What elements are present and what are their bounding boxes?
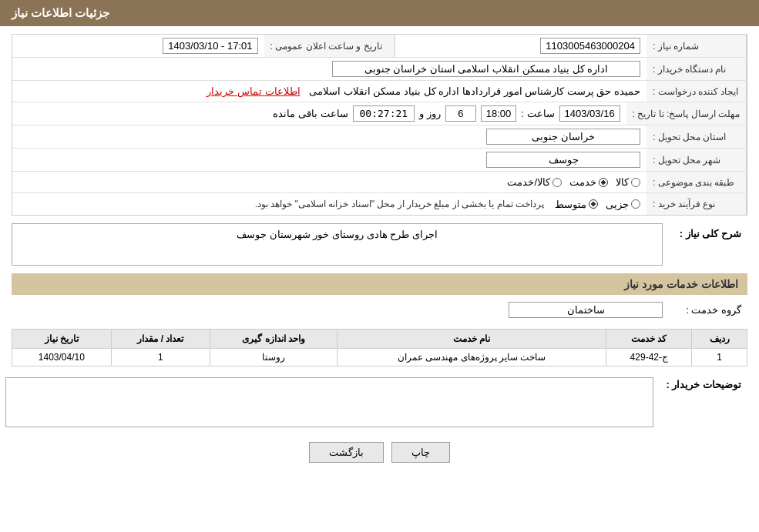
shahr-label: شهر محل تحویل : <box>646 149 747 171</box>
nooe-farayand-label: نوع فرآیند خرید : <box>646 193 747 215</box>
radio-khedmat-circle <box>599 178 608 187</box>
services-table-section: ردیف کد خدمت نام خدمت واحد اندازه گیری ت… <box>12 329 747 366</box>
services-title: اطلاعات خدمات مورد نیاز <box>12 273 747 295</box>
radio-kala-item[interactable]: کالا <box>616 176 640 188</box>
ijad-konande-label: ایجاد کننده درخواست : <box>646 81 747 102</box>
row-tabaghebandi: طبقه بندی موضوعی : کالا خدمت <box>12 172 747 193</box>
radio-jozi-circle <box>631 199 640 209</box>
col-kod: کد خدمت <box>606 330 692 349</box>
col-radif: ردیف <box>692 330 747 349</box>
tabaghebandi-value-cell: کالا خدمت کالا/خدمت <box>12 172 646 192</box>
radio-kala-circle <box>631 178 640 187</box>
tarikh-aolan-value-cell: 1403/03/10 - 17:01 <box>12 35 264 57</box>
page-title: جزئیات اطلاعات نیاز <box>12 6 109 19</box>
table-row: 1ج-42-429ساخت سایر پروژه‌های مهندسی عمرا… <box>12 349 747 366</box>
sharh-value: اجرای طرح هادی روستای خور شهرستان جوسف <box>12 223 663 266</box>
row-mohlat: مهلت ارسال پاسخ: تا تاریخ : 1403/03/16 س… <box>12 102 747 125</box>
row-shomara-tarikh: شماره نیاز : 1103005463000204 تاریخ و سا… <box>12 35 747 58</box>
tarikh-aolan-value: 1403/03/10 - 17:01 <box>163 38 257 54</box>
row-nooe-farayand: نوع فرآیند خرید : جزیی متوسط پرداخت تمام… <box>12 193 747 215</box>
button-group: چاپ بازگشت <box>12 442 747 463</box>
shomara-niaz-value-cell: 1103005463000204 <box>395 35 647 57</box>
col-tedad: تعداد / مقدار <box>111 330 210 349</box>
col-vahed: واحد اندازه گیری <box>210 330 338 349</box>
row-ostan: استان محل تحویل : خراسان جنوبی <box>12 125 747 149</box>
grooh-khedmat-label: گروه خدمت : <box>663 304 747 316</box>
radio-motavset-circle <box>589 199 598 209</box>
radio-motavset-label: متوسط <box>555 199 586 210</box>
print-button[interactable]: چاپ <box>391 442 450 463</box>
ijad-konande-value-cell: حمیده حق پرست کارشناس امور قراردادها ادا… <box>12 81 646 102</box>
shahr-value-cell: جوسف <box>12 149 646 171</box>
radio-jozi-item[interactable]: جزیی <box>606 199 640 210</box>
row-ijad-konande: ایجاد کننده درخواست : حمیده حق پرست کارش… <box>12 81 747 102</box>
tozihat-label: توضیحات خریدار : <box>660 374 747 395</box>
tarikh-aolan-label: تاریخ و ساعت اعلان عمومی : <box>264 35 395 57</box>
radio-kala-khedmat-label: کالا/خدمت <box>507 176 550 188</box>
row-shahr: شهر محل تحویل : جوسف <box>12 149 747 172</box>
page-header: جزئیات اطلاعات نیاز <box>0 0 759 26</box>
radio-group-tabaghe: کالا خدمت کالا/خدمت <box>507 176 640 188</box>
sharh-section: شرح کلی نیاز : اجرای طرح هادی روستای خور… <box>12 223 747 266</box>
ijad-konande-value: حمیده حق پرست کارشناس امور قراردادها ادا… <box>309 85 640 97</box>
ostan-label: استان محل تحویل : <box>646 125 747 148</box>
shomara-niaz-value: 1103005463000204 <box>540 38 640 54</box>
shahr-value: جوسف <box>486 152 640 168</box>
col-name: نام خدمت <box>337 330 606 349</box>
radio-kala-khedmat-circle <box>552 178 562 187</box>
col-tarikh: تاریخ نیاز <box>12 330 112 349</box>
name-dasgah-value-cell: اداره کل بنیاد مسکن انقلاب اسلامی استان … <box>12 58 646 80</box>
radio-khedmat-label: خدمت <box>569 176 596 188</box>
nooe-farayand-value-cell: جزیی متوسط پرداخت تمام یا بخشی از مبلغ خ… <box>12 193 646 215</box>
grooh-khedmat-value: ساختمان <box>509 302 663 318</box>
ostan-value-cell: خراسان جنوبی <box>12 125 646 148</box>
nooe-farayand-note: پرداخت تمام یا بخشی از مبلغ خریدار از مح… <box>255 199 544 209</box>
services-table: ردیف کد خدمت نام خدمت واحد اندازه گیری ت… <box>12 329 747 366</box>
sharh-label: شرح کلی نیاز : <box>663 223 747 244</box>
tozihat-section: توضیحات خریدار : <box>12 374 747 430</box>
grooh-khedmat-row: گروه خدمت : ساختمان <box>12 299 747 321</box>
radio-khedmat-item[interactable]: خدمت <box>569 176 608 188</box>
ijad-konande-link[interactable]: اطلاعات تماس خریدار <box>207 85 300 97</box>
tabaghebandi-label: طبقه بندی موضوعی : <box>646 172 747 192</box>
back-button[interactable]: بازگشت <box>309 442 384 463</box>
rooz-value: 6 <box>445 105 476 122</box>
table-header-row: ردیف کد خدمت نام خدمت واحد اندازه گیری ت… <box>12 330 747 349</box>
tozihat-box <box>12 374 660 430</box>
radio-kala-label: کالا <box>616 176 629 188</box>
mohlat-label: مهلت ارسال پاسخ: تا تاریخ : <box>626 102 747 125</box>
saat-label: ساعت : <box>521 108 554 119</box>
mohlat-value-cell: 1403/03/16 ساعت : 18:00 6 روز و 00:27:21… <box>12 102 626 125</box>
timer-value: 00:27:21 <box>353 105 415 122</box>
baghimande-label: ساعت باقی مانده <box>273 108 348 119</box>
radio-jozi-label: جزیی <box>606 199 629 210</box>
saat-value: 18:00 <box>481 105 517 122</box>
tozihat-textarea[interactable] <box>5 377 653 427</box>
mohlat-date: 1403/03/16 <box>559 105 620 122</box>
rooz-label: روز و <box>419 108 441 119</box>
ostan-value: خراسان جنوبی <box>486 129 640 145</box>
radio-motavset-item[interactable]: متوسط <box>555 199 598 210</box>
name-dasgah-value: اداره کل بنیاد مسکن انقلاب اسلامی استان … <box>332 61 640 77</box>
info-section-main: شماره نیاز : 1103005463000204 تاریخ و سا… <box>12 34 747 216</box>
shomara-niaz-label: شماره نیاز : <box>646 35 747 57</box>
name-dasgah-label: نام دستگاه خریدار : <box>646 58 747 80</box>
radio-group-farayand: جزیی متوسط <box>555 199 640 210</box>
radio-kala-khedmat-item[interactable]: کالا/خدمت <box>507 176 562 188</box>
row-name-dasgah: نام دستگاه خریدار : اداره کل بنیاد مسکن … <box>12 58 747 81</box>
